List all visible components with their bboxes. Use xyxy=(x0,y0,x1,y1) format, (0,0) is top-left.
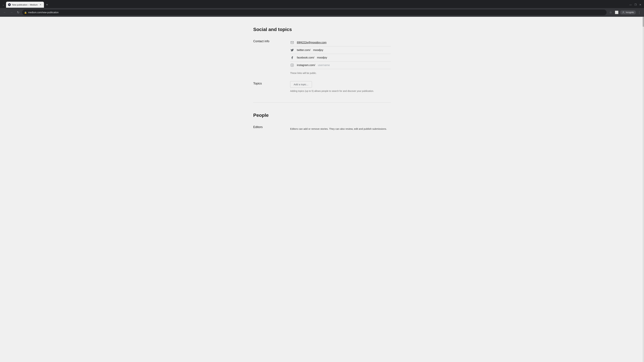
facebook-input[interactable] xyxy=(317,56,391,59)
email-row: 89f4222e@moodjoy.com xyxy=(290,39,391,46)
facebook-row: facebook.com/ xyxy=(290,54,391,61)
email-icon xyxy=(290,40,294,44)
topics-row: Topics Add a topic... Adding topics (up … xyxy=(253,81,391,92)
window-controls: — ❐ ✕ xyxy=(630,3,643,6)
topics-content: Add a topic... Adding topics (up to 5) a… xyxy=(290,81,391,92)
social-topics-section: Social and topics Contact info xyxy=(253,27,391,92)
back-button[interactable]: ← xyxy=(2,10,8,15)
twitter-row: twitter.com/ xyxy=(290,46,391,54)
tab-close-button[interactable]: × xyxy=(39,3,42,6)
topics-label: Topics xyxy=(253,81,280,85)
tab-title: New publication – Medium xyxy=(12,3,38,6)
instagram-row: instagram.com/ xyxy=(290,61,391,69)
email-link[interactable]: 89f4222e@moodjoy.com xyxy=(297,41,326,44)
svg-point-0 xyxy=(623,11,624,12)
social-input-group: 89f4222e@moodjoy.com twitter.com/ xyxy=(290,39,391,69)
twitter-input[interactable] xyxy=(313,49,391,52)
instagram-prefix: instagram.com/ xyxy=(297,64,315,67)
add-topic-button[interactable]: Add a topic... xyxy=(290,81,312,88)
browser-toolbar: ← → ↻ 🔒 medium.com/new-publication ☆ ⬜ xyxy=(0,8,644,17)
incognito-badge[interactable]: Incognito xyxy=(620,10,636,14)
people-section: People Editors Editors can add or remove… xyxy=(253,113,391,130)
bookmark-button[interactable]: ☆ xyxy=(608,10,613,15)
tab-favicon: M xyxy=(8,3,11,6)
scrollbar-thumb[interactable] xyxy=(643,17,644,27)
editors-content: Editors can add or remove stories. They … xyxy=(290,125,391,130)
contact-info-content: 89f4222e@moodjoy.com twitter.com/ xyxy=(290,39,391,74)
people-title: People xyxy=(253,113,391,118)
section-divider xyxy=(253,102,391,103)
close-window-button[interactable]: ✕ xyxy=(639,3,641,6)
contact-info-row: Contact info 89f4222e@moodjoy.com xyxy=(253,39,391,74)
facebook-icon xyxy=(290,56,294,60)
instagram-icon xyxy=(290,63,294,67)
new-tab-button[interactable]: + xyxy=(44,2,49,7)
contact-info-label: Contact info xyxy=(253,39,280,43)
address-bar[interactable]: 🔒 medium.com/new-publication xyxy=(22,9,606,15)
maximize-button[interactable]: ❐ xyxy=(634,3,636,6)
url-display: medium.com/new-publication xyxy=(28,11,604,14)
reload-button[interactable]: ↻ xyxy=(16,10,21,15)
tab-bar: ⌄ M New publication – Medium × + — ❐ ✕ xyxy=(0,0,644,8)
incognito-label: Incognito xyxy=(626,11,634,13)
facebook-prefix: facebook.com/ xyxy=(297,56,314,59)
instagram-input[interactable] xyxy=(318,64,391,67)
tab-group-arrow[interactable]: ⌄ xyxy=(1,3,5,7)
content-container: Social and topics Contact info xyxy=(246,27,398,130)
editors-description: Editors can add or remove stories. They … xyxy=(290,127,391,130)
svg-rect-2 xyxy=(291,64,294,67)
minimize-button[interactable]: — xyxy=(630,3,632,6)
menu-button[interactable]: ⋮ xyxy=(636,10,642,15)
split-button[interactable]: ⬜ xyxy=(614,10,619,15)
contact-info-hint: These links will be public. xyxy=(290,72,391,74)
active-tab[interactable]: M New publication – Medium × xyxy=(6,2,44,8)
browser-chrome: ⌄ M New publication – Medium × + — ❐ ✕ ←… xyxy=(0,0,644,17)
editors-row: Editors Editors can add or remove storie… xyxy=(253,125,391,130)
forward-button[interactable]: → xyxy=(9,10,14,15)
scrollbar[interactable] xyxy=(643,17,644,362)
editors-label: Editors xyxy=(253,125,280,129)
toolbar-actions: ☆ ⬜ Incognito ⋮ xyxy=(608,10,642,15)
topics-hint: Adding topics (up to 5) allows people to… xyxy=(290,90,391,92)
page-content: Social and topics Contact info xyxy=(0,17,644,362)
twitter-icon xyxy=(290,48,294,52)
social-topics-title: Social and topics xyxy=(253,27,391,32)
incognito-icon xyxy=(622,11,625,14)
twitter-prefix: twitter.com/ xyxy=(297,49,310,52)
security-icon: 🔒 xyxy=(24,11,27,14)
